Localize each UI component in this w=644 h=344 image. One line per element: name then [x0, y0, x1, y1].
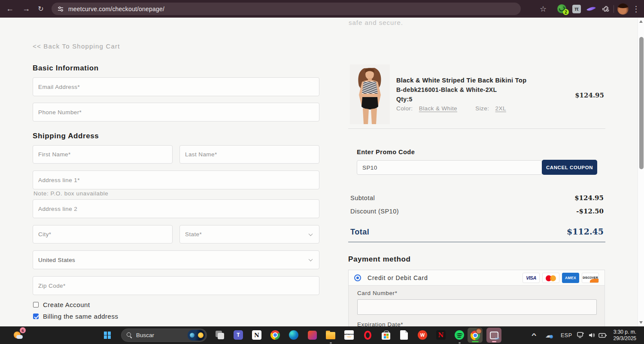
language-indicator[interactable]: ESP — [561, 326, 572, 344]
country-value: United States — [38, 257, 75, 263]
visa-icon: VISA — [522, 273, 540, 283]
amex-icon: AMEX — [562, 273, 579, 283]
payment-method-label: Credit or Debit Card — [368, 274, 428, 281]
tray-chevron-icon[interactable]: ^ — [532, 326, 536, 344]
menu-dots-icon[interactable]: ⋮ — [629, 0, 644, 18]
product-qty: Qty:5 — [396, 94, 527, 104]
back-icon[interactable]: ← — [3, 0, 16, 18]
network-icon[interactable] — [577, 326, 584, 344]
task-view-icon[interactable] — [215, 330, 225, 340]
profile-avatar[interactable] — [617, 3, 629, 15]
battery-icon[interactable] — [598, 326, 607, 344]
address2-field[interactable] — [33, 199, 319, 218]
start-button[interactable] — [101, 326, 113, 344]
address-bar[interactable]: meetcurve.com/checkout/onepage/ — [52, 3, 521, 15]
forward-icon[interactable]: → — [20, 0, 33, 18]
scroll-down-icon[interactable] — [639, 321, 643, 324]
amazon-icon[interactable]: amazon — [344, 330, 354, 340]
product-title: Black & White Striped Tie Back Bikini To… — [396, 76, 527, 85]
windows-taskbar: 6 Buscar T N amazon W N — [0, 326, 644, 344]
secure-note: safe and secure. — [349, 19, 403, 26]
subtotal-label: Subtotal — [350, 195, 375, 201]
radio-selected-icon[interactable] — [354, 274, 361, 281]
back-to-cart-link[interactable]: << Back To Shopping Cart — [33, 43, 120, 50]
toolbar-divider — [614, 5, 614, 13]
extension-badge: 2 — [563, 9, 569, 15]
screen: ← → ↻ meetcurve.com/checkout/onepage/ ☆ … — [0, 0, 644, 344]
search-daily-image[interactable] — [188, 330, 205, 341]
billing-same-checkbox[interactable]: Billing the same address — [33, 313, 118, 320]
extensions-puzzle-icon[interactable] — [602, 5, 610, 13]
gray-extension-icon[interactable]: π — [572, 5, 581, 13]
product-price: $124.95 — [575, 91, 604, 99]
payment-box: Credit or Debit Card VISA AMEX DISCOVER … — [348, 270, 605, 326]
snipping-tool-window[interactable] — [486, 328, 501, 343]
notion-icon[interactable]: N — [252, 330, 262, 340]
chrome-icon[interactable] — [270, 330, 280, 340]
clock[interactable]: 3:30 p. m. 29/3/2025 — [611, 326, 636, 344]
create-account-checkbox[interactable]: Create Account — [33, 301, 90, 308]
size-value-link[interactable]: 2XL — [495, 105, 506, 112]
opera-icon[interactable] — [362, 330, 373, 340]
phone-field[interactable] — [33, 103, 319, 122]
search-icon — [127, 332, 132, 338]
snipping-tool-icon — [490, 332, 498, 339]
browser-toolbar: ← → ↻ meetcurve.com/checkout/onepage/ ☆ … — [0, 0, 644, 18]
spotify-icon[interactable] — [454, 330, 465, 340]
teams-icon[interactable]: T — [233, 330, 243, 340]
state-select[interactable]: State* — [179, 225, 319, 244]
ms-store-icon[interactable] — [381, 330, 391, 340]
product-sku: B-debk216001-Black & White-2XL — [396, 85, 527, 94]
reload-icon[interactable]: ↻ — [34, 0, 47, 18]
email-field[interactable] — [33, 77, 319, 96]
widgets-badge: 6 — [20, 327, 26, 333]
tray-time: 3:30 p. m. — [614, 329, 636, 335]
country-select[interactable]: United States — [33, 250, 319, 269]
card-number-input[interactable] — [357, 299, 597, 315]
color-value-link[interactable]: Black & White — [419, 105, 457, 112]
active-indicator — [472, 341, 479, 342]
tray-date: 29/3/2025 — [614, 335, 636, 342]
onedrive-cloud-icon[interactable]: ☁ — [545, 326, 552, 344]
payment-heading: Payment method — [348, 255, 410, 264]
taskbar-search[interactable]: Buscar — [121, 329, 207, 342]
site-settings-icon[interactable] — [57, 6, 64, 12]
first-name-field[interactable] — [33, 145, 173, 164]
discount-value: -$12.50 — [576, 207, 604, 215]
subtotal-row: Subtotal $124.95 — [350, 194, 604, 202]
checkbox-unchecked-icon[interactable] — [33, 302, 39, 307]
city-field[interactable] — [33, 225, 173, 244]
widgets-weather-icon[interactable]: 6 — [6, 326, 25, 344]
total-row: Total $112.45 — [350, 227, 604, 237]
card-logos: VISA AMEX DISCOVER — [522, 273, 599, 283]
chrome-active-window[interactable] — [468, 328, 483, 343]
address1-field[interactable] — [33, 170, 319, 189]
total-divider — [348, 242, 605, 242]
bookmark-star-icon[interactable]: ☆ — [536, 0, 550, 18]
office-365-icon[interactable] — [307, 330, 317, 340]
feather-extension-icon[interactable] — [586, 5, 596, 13]
edge-icon[interactable] — [289, 330, 299, 340]
wps-office-icon[interactable]: W — [417, 330, 428, 340]
page-scrollbar[interactable] — [638, 18, 644, 326]
discount-row: Discount (SP10) -$12.50 — [350, 207, 604, 215]
zip-field[interactable] — [33, 276, 319, 295]
promo-code-input[interactable] — [357, 160, 542, 175]
url-text[interactable]: meetcurve.com/checkout/onepage/ — [68, 6, 164, 12]
volume-icon[interactable] — [588, 326, 595, 344]
checkout-page: safe and secure. << Back To Shopping Car… — [0, 18, 644, 326]
scroll-up-icon[interactable] — [639, 20, 643, 23]
netflix-icon[interactable]: N — [436, 330, 446, 340]
color-label: Color: — [396, 105, 413, 112]
chevron-down-icon — [309, 231, 313, 236]
cancel-coupon-button[interactable]: CANCEL COUPON — [542, 160, 597, 175]
scrollbar-thumb[interactable] — [639, 37, 644, 169]
product-image[interactable] — [350, 64, 390, 124]
file-explorer-icon[interactable] — [325, 330, 336, 340]
last-name-field[interactable] — [179, 145, 319, 164]
shopping-extension-icon[interactable]: 2 — [557, 4, 566, 13]
document-icon[interactable] — [399, 330, 409, 340]
running-indicator — [459, 342, 461, 344]
checkbox-checked-icon[interactable] — [33, 314, 39, 319]
payment-method-row[interactable]: Credit or Debit Card VISA AMEX DISCOVER — [349, 270, 605, 286]
